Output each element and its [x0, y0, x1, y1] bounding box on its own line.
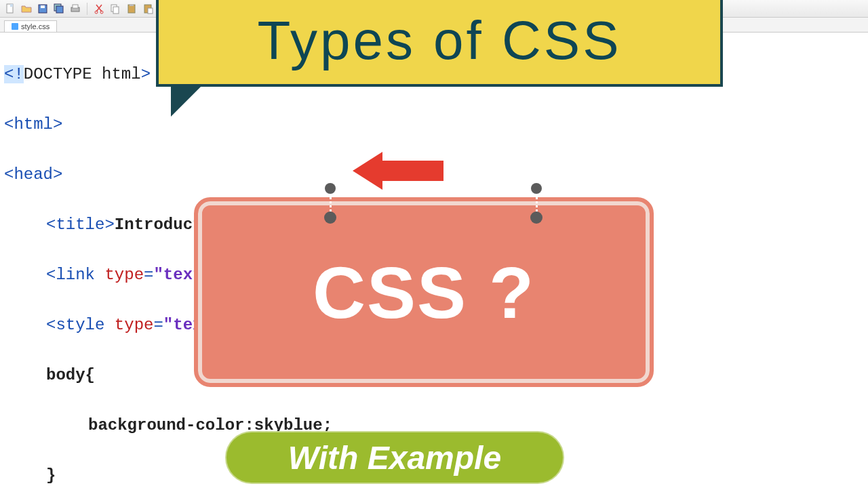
css-card-text: CSS ? — [313, 250, 535, 335]
svg-rect-7 — [73, 5, 78, 8]
save-icon[interactable] — [37, 3, 49, 15]
svg-rect-11 — [113, 7, 119, 14]
paste-icon[interactable] — [125, 3, 138, 15]
html-open: <html> — [4, 112, 864, 137]
tab-style-css[interactable]: style.css — [4, 20, 57, 32]
print-icon[interactable] — [69, 3, 81, 15]
title-open: <title> — [46, 216, 115, 234]
title-banner-pointer — [171, 87, 201, 117]
copy-icon[interactable] — [109, 3, 121, 15]
doctype-close: > — [141, 65, 151, 83]
style-tag: style — [56, 316, 104, 334]
lt: < — [46, 266, 56, 284]
red-arrow-icon — [353, 152, 443, 190]
cut-icon[interactable] — [93, 3, 105, 15]
file-icon — [12, 23, 18, 30]
link-tag: link — [56, 266, 95, 284]
svg-rect-15 — [148, 8, 153, 14]
doctype-text: DOCTYPE html — [24, 65, 141, 83]
attr: type — [104, 266, 144, 284]
svg-rect-13 — [130, 4, 134, 6]
pill-text: With Example — [288, 439, 501, 476]
toolbar-separator — [87, 3, 87, 15]
hanger-right — [536, 183, 537, 224]
open-file-icon[interactable] — [20, 3, 33, 15]
hanger-left — [330, 183, 331, 224]
svg-rect-5 — [56, 6, 63, 13]
title-text: Types of CSS — [257, 9, 621, 72]
with-example-pill: With Example — [225, 431, 564, 484]
new-file-icon[interactable] — [4, 3, 16, 15]
save-all-icon[interactable] — [53, 3, 65, 15]
tab-label: style.css — [21, 22, 50, 30]
doctype-sel: <! — [4, 65, 24, 83]
css-question-card: CSS ? — [194, 197, 654, 387]
svg-rect-3 — [41, 5, 45, 8]
title-banner: Types of CSS — [156, 0, 723, 87]
attr: type — [115, 316, 154, 334]
paste-special-icon[interactable] — [142, 3, 154, 15]
svg-rect-1 — [10, 4, 13, 7]
